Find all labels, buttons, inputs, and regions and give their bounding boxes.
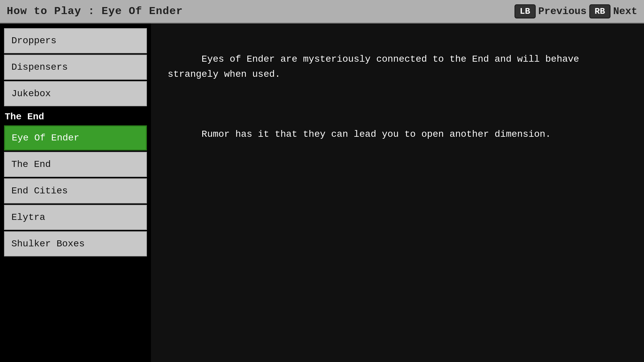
- content-paragraph1: Eyes of Ender are mysteriously connected…: [168, 54, 585, 79]
- sidebar-item-jukebox[interactable]: Jukebox: [4, 81, 147, 106]
- nav-controls: LB Previous RB Next: [515, 4, 637, 18]
- section-label-the-end: The End: [0, 108, 151, 124]
- page-title: How to Play : Eye Of Ender: [7, 5, 183, 17]
- content-text: Eyes of Ender are mysteriously connected…: [168, 37, 627, 157]
- sidebar-item-droppers[interactable]: Droppers: [4, 28, 147, 53]
- sidebar-item-the-end[interactable]: The End: [4, 152, 147, 177]
- content-paragraph2: Rumor has it that they can lead you to o…: [202, 129, 551, 139]
- sidebar-item-dispensers[interactable]: Dispensers: [4, 55, 147, 80]
- previous-label[interactable]: Previous: [538, 6, 587, 17]
- sidebar-item-elytra[interactable]: Elytra: [4, 205, 147, 230]
- sidebar-item-end-cities[interactable]: End Cities: [4, 178, 147, 203]
- sidebar[interactable]: Droppers Dispensers Jukebox The End Eye …: [0, 23, 151, 362]
- next-label[interactable]: Next: [613, 6, 637, 17]
- header-bar: How to Play : Eye Of Ender LB Previous R…: [0, 0, 644, 23]
- main-layout: Droppers Dispensers Jukebox The End Eye …: [0, 23, 644, 362]
- rb-badge[interactable]: RB: [589, 4, 610, 18]
- sidebar-item-eye-of-ender[interactable]: Eye Of Ender: [4, 125, 147, 150]
- content-area: Eyes of Ender are mysteriously connected…: [151, 23, 644, 362]
- sidebar-item-shulker-boxes[interactable]: Shulker Boxes: [4, 231, 147, 256]
- lb-badge[interactable]: LB: [515, 4, 536, 18]
